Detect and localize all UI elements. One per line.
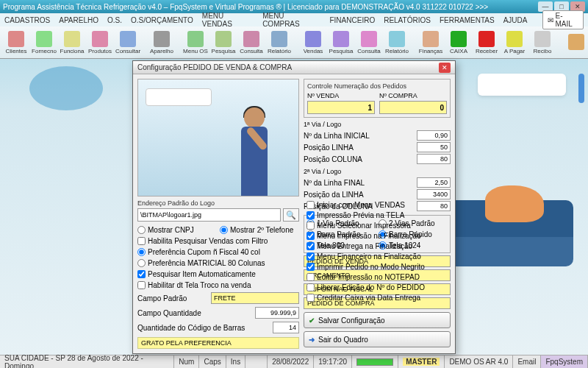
pesquisa-v-button[interactable]: Pesquisa: [328, 28, 354, 57]
left-opt-5[interactable]: Pesquisar Item Automaticamente: [137, 269, 299, 279]
left-opt-2[interactable]: Habilita Pesquisar Vendas com Filtro: [137, 236, 299, 246]
via1-input-1[interactable]: [417, 142, 451, 152]
status-time: 19:17:20: [314, 355, 352, 368]
right-check-6[interactable]: Imprimir Pedido no Modo Negrito: [306, 261, 431, 272]
left-opt-1[interactable]: Mostrar 2º Telefone: [220, 224, 299, 235]
campo-qtd-input[interactable]: [255, 307, 299, 319]
menu-aparelho[interactable]: APARELHO: [59, 16, 98, 24]
extra1-button[interactable]: [563, 28, 588, 57]
right-check-4[interactable]: Menu Entrega na Finalização: [306, 241, 431, 251]
right-check-2[interactable]: Menu Selecionar Impressora: [306, 220, 431, 230]
menu-financeiro[interactable]: FINANCEIRO: [329, 16, 375, 24]
technician-illustration-icon: [225, 107, 284, 196]
right-check-8[interactable]: Liberar Edição do Nº do PEDIDO: [306, 282, 431, 292]
logo-path-label: Endereço Padrão do Logo: [137, 199, 299, 207]
window-title: Programa Assistência Técnica Refrigeraçã…: [3, 3, 488, 11]
pesquisa-os-button[interactable]: Pesquisa: [210, 28, 237, 57]
menu-os-button-icon: [187, 31, 204, 47]
produtos-button[interactable]: Produtos: [87, 28, 113, 57]
browse-logo-button[interactable]: 🔍: [283, 208, 299, 222]
recibo-button[interactable]: Recibo: [529, 28, 556, 57]
status-city: SUA CIDADE - SP 28 de Agosto de 2022 - D…: [0, 355, 174, 368]
right-check-9[interactable]: Creditar Caixa via Data Entrega: [306, 292, 431, 302]
menu-vendas[interactable]: MENU VENDAS: [202, 12, 254, 28]
consultar-prod-button[interactable]: Consultar: [115, 28, 141, 57]
status-email[interactable]: Email: [513, 355, 541, 368]
recibo-button-icon: [534, 31, 551, 47]
compra-number-input[interactable]: [379, 101, 447, 114]
relatorio-os-button[interactable]: Relatório: [266, 28, 293, 57]
via2-row-1: Posição da LINHA: [304, 188, 451, 200]
consulta-v-button-icon: [361, 31, 377, 47]
ac-unit-icon: [478, 74, 566, 96]
exit-dialog-button[interactable]: ➜ Sair do Quadro: [304, 331, 451, 347]
fornecedor-button[interactable]: Fornecno: [31, 28, 57, 57]
vendas-button[interactable]: Vendas: [300, 28, 326, 57]
dialog-title: Configuração PEDIDO DE VENDA & COMPRA: [137, 63, 292, 71]
menu-ajuda[interactable]: AJUDA: [503, 16, 528, 24]
menu-cadastros[interactable]: CADASTROS: [4, 16, 50, 24]
save-config-button[interactable]: ✔ Salvar Configuração: [304, 312, 451, 328]
left-opt-3[interactable]: Preferência Cupom ñ Fiscal 40 col: [137, 247, 299, 257]
dialog-close-button[interactable]: ✕: [439, 63, 451, 73]
via1-input-0[interactable]: [417, 130, 451, 141]
numeracao-group: Controle Numeração dos Pedidos Nº VENDA …: [304, 79, 451, 118]
menu-relatorios[interactable]: RELATÓRIOS: [384, 16, 431, 24]
relatorio-os-button-icon: [271, 31, 287, 47]
fornecedor-button-icon: [36, 31, 52, 47]
right-check-1[interactable]: Impressão Prévia na TELA: [306, 210, 431, 220]
cat-icon: [485, 185, 544, 222]
right-check-0[interactable]: Iniciar com Menu VENDAS: [306, 199, 431, 210]
caixa-button[interactable]: CAIXA: [445, 28, 472, 57]
funcionario-button[interactable]: Funciona: [59, 28, 85, 57]
status-brand[interactable]: FpqSystem: [541, 355, 588, 368]
campo-padrao-input[interactable]: [211, 292, 299, 304]
via2-input-1[interactable]: [417, 189, 451, 199]
clientes-button[interactable]: Clientes: [3, 28, 29, 57]
config-dialog: Configuração PEDIDO DE VENDA & COMPRA ✕ …: [132, 60, 456, 354]
financas-button[interactable]: Finanças: [417, 28, 444, 57]
venda-number-input[interactable]: [307, 101, 375, 114]
left-opt-6[interactable]: Habilitar dt Tela Troco na venda: [137, 280, 299, 290]
status-db: DEMO OS AR 4.0: [445, 355, 513, 368]
qtd-barras-input[interactable]: [273, 322, 299, 333]
right-check-3[interactable]: Menu Impressão na Finalização: [306, 230, 431, 241]
via2-title: 2ª Via / Logo: [304, 168, 451, 175]
vendas-button-icon: [305, 31, 321, 47]
menu-os[interactable]: O.S.: [107, 16, 122, 24]
progress-bar-icon: [356, 358, 393, 366]
menu-ferramentas[interactable]: FERRAMENTAS: [440, 16, 495, 24]
menu-os-button[interactable]: Menu OS: [182, 28, 209, 57]
via1-input-2[interactable]: [417, 154, 451, 164]
via1-row-0: Nº da Linha INICIAL: [304, 130, 451, 141]
status-date: 28/08/2022: [268, 355, 314, 368]
aparelho-button[interactable]: Aparelho: [148, 28, 175, 57]
clientes-button-icon: [8, 31, 24, 47]
caixa-button-icon: [451, 31, 467, 47]
status-num: Num: [174, 355, 199, 368]
left-opt-4[interactable]: Preferência MATRICIAL 80 Colunas: [137, 258, 299, 268]
right-check-5[interactable]: Menu Financeiro na Finalização: [306, 251, 431, 261]
via1-title: 1ª Via / Logo: [304, 121, 451, 128]
receber-button[interactable]: Receber: [473, 28, 500, 57]
status-caps: Caps: [199, 355, 226, 368]
menu-orcamento[interactable]: O.S/ORÇAMENTO: [131, 16, 193, 24]
consulta-v-button[interactable]: Consulta: [356, 28, 382, 57]
via2-input-0[interactable]: [417, 177, 451, 188]
consulta-os-button-icon: [243, 31, 259, 47]
left-opt-0[interactable]: Mostrar CNPJ: [137, 224, 217, 235]
menu-compras[interactable]: MENU COMPRAS: [262, 12, 320, 28]
venda-label: Nº VENDA: [307, 92, 375, 99]
logo-path-input[interactable]: [137, 208, 281, 222]
dialog-titlebar: Configuração PEDIDO DE VENDA & COMPRA ✕: [133, 61, 455, 74]
apagar-button[interactable]: A Pagar: [501, 28, 528, 57]
email-button[interactable]: ✉ E-MAIL: [542, 10, 584, 29]
status-ins: Ins: [226, 355, 245, 368]
qtd-barras-label: Quantidade do Código de Barras: [137, 324, 245, 332]
relatorio-v-button[interactable]: Relatório: [384, 28, 410, 57]
relatorio-v-button-icon: [389, 31, 405, 47]
apagar-button-icon: [506, 31, 523, 47]
compra-label: Nº COMPRA: [379, 92, 447, 99]
right-check-7[interactable]: Editar Impressão no NOTEPAD: [306, 272, 431, 282]
consulta-os-button[interactable]: Consulta: [238, 28, 265, 57]
